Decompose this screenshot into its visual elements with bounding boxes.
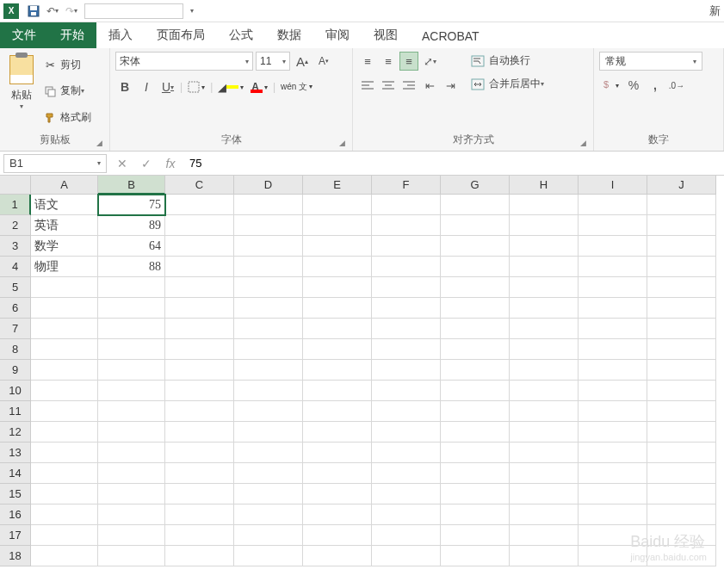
row-header-7[interactable]: 7	[0, 319, 31, 339]
cell-D2[interactable]	[234, 215, 303, 236]
underline-button[interactable]: U ▾	[158, 77, 177, 96]
tab-page-layout[interactable]: 页面布局	[145, 22, 217, 48]
row-header-11[interactable]: 11	[0, 401, 31, 422]
cell-H17[interactable]	[510, 525, 579, 546]
cell-F13[interactable]	[372, 443, 441, 463]
cell-E7[interactable]	[303, 319, 372, 339]
row-header-1[interactable]: 1	[0, 195, 31, 215]
cell-F16[interactable]	[372, 504, 441, 525]
cell-H7[interactable]	[510, 319, 579, 339]
phonetic-button[interactable]: wén 文▾	[278, 77, 315, 96]
cell-I2[interactable]	[579, 215, 647, 236]
row-header-14[interactable]: 14	[0, 463, 31, 484]
cell-C2[interactable]	[165, 215, 234, 236]
cell-F9[interactable]	[372, 360, 441, 381]
cell-C12[interactable]	[165, 422, 234, 443]
formula-input[interactable]	[183, 154, 724, 173]
row-header-5[interactable]: 5	[0, 277, 31, 298]
cell-A14[interactable]	[31, 463, 98, 484]
cell-J2[interactable]	[647, 215, 716, 236]
cell-G14[interactable]	[441, 463, 510, 484]
cell-D18[interactable]	[234, 546, 303, 566]
cell-B16[interactable]	[98, 504, 165, 525]
enter-formula-button[interactable]: ✓	[134, 154, 158, 173]
cell-B15[interactable]	[98, 484, 165, 504]
column-header-I[interactable]: I	[579, 176, 647, 195]
clipboard-launcher[interactable]: ◢	[96, 139, 102, 147]
row-header-4[interactable]: 4	[0, 257, 31, 277]
cell-I8[interactable]	[579, 339, 647, 360]
merge-center-button[interactable]: 合并后居中 ▾	[467, 75, 548, 93]
cell-A1[interactable]: 语文	[31, 195, 98, 215]
tab-insert[interactable]: 插入	[96, 22, 145, 48]
cell-C7[interactable]	[165, 319, 234, 339]
row-header-13[interactable]: 13	[0, 443, 31, 463]
cell-J3[interactable]	[647, 236, 716, 257]
cell-B17[interactable]	[98, 525, 165, 546]
cell-H8[interactable]	[510, 339, 579, 360]
currency-button[interactable]: $▾	[599, 76, 622, 95]
cell-I18[interactable]	[579, 546, 647, 566]
cell-E6[interactable]	[303, 298, 372, 319]
cell-H18[interactable]	[510, 546, 579, 566]
cell-J7[interactable]	[647, 319, 716, 339]
cell-C18[interactable]	[165, 546, 234, 566]
cell-G12[interactable]	[441, 422, 510, 443]
align-center-button[interactable]	[379, 76, 398, 95]
tab-home[interactable]: 开始	[48, 22, 96, 48]
cell-C11[interactable]	[165, 401, 234, 422]
cell-H13[interactable]	[510, 443, 579, 463]
cell-G17[interactable]	[441, 525, 510, 546]
cell-H12[interactable]	[510, 422, 579, 443]
tab-review[interactable]: 审阅	[313, 22, 362, 48]
cell-C16[interactable]	[165, 504, 234, 525]
cell-E1[interactable]	[303, 195, 372, 215]
font-size-dropdown[interactable]: 11▾	[256, 52, 290, 71]
cell-I4[interactable]	[579, 257, 647, 277]
row-header-9[interactable]: 9	[0, 360, 31, 381]
cell-B9[interactable]	[98, 360, 165, 381]
cell-J1[interactable]	[647, 195, 716, 215]
cell-E18[interactable]	[303, 546, 372, 566]
qat-customize-dropdown[interactable]: ▾	[190, 7, 194, 15]
cell-A6[interactable]	[31, 298, 98, 319]
format-painter-button[interactable]: 格式刷	[41, 108, 93, 127]
cell-H3[interactable]	[510, 236, 579, 257]
cell-B13[interactable]	[98, 443, 165, 463]
cell-I7[interactable]	[579, 319, 647, 339]
cell-F3[interactable]	[372, 236, 441, 257]
cell-I6[interactable]	[579, 298, 647, 319]
cell-J12[interactable]	[647, 422, 716, 443]
cell-D1[interactable]	[234, 195, 303, 215]
cell-E14[interactable]	[303, 463, 372, 484]
cell-B14[interactable]	[98, 463, 165, 484]
row-header-10[interactable]: 10	[0, 381, 31, 401]
save-button[interactable]	[24, 2, 43, 21]
undo-button[interactable]: ↶▾	[43, 2, 62, 21]
cell-D13[interactable]	[234, 443, 303, 463]
cell-F14[interactable]	[372, 463, 441, 484]
row-header-12[interactable]: 12	[0, 422, 31, 443]
cell-A5[interactable]	[31, 277, 98, 298]
cell-D16[interactable]	[234, 504, 303, 525]
cell-J6[interactable]	[647, 298, 716, 319]
tab-file[interactable]: 文件	[0, 22, 48, 48]
cell-E4[interactable]	[303, 257, 372, 277]
cell-I15[interactable]	[579, 484, 647, 504]
font-color-button[interactable]: A▾	[249, 77, 270, 96]
cell-G8[interactable]	[441, 339, 510, 360]
cell-G10[interactable]	[441, 381, 510, 401]
cell-I11[interactable]	[579, 401, 647, 422]
cell-D12[interactable]	[234, 422, 303, 443]
cell-E11[interactable]	[303, 401, 372, 422]
cell-I12[interactable]	[579, 422, 647, 443]
cell-C13[interactable]	[165, 443, 234, 463]
cell-A9[interactable]	[31, 360, 98, 381]
cell-D15[interactable]	[234, 484, 303, 504]
column-header-C[interactable]: C	[165, 176, 234, 195]
comma-button[interactable]: ,	[646, 76, 665, 95]
cell-G2[interactable]	[441, 215, 510, 236]
cell-H1[interactable]	[510, 195, 579, 215]
copy-button[interactable]: 复制 ▾	[41, 82, 93, 100]
cell-E16[interactable]	[303, 504, 372, 525]
